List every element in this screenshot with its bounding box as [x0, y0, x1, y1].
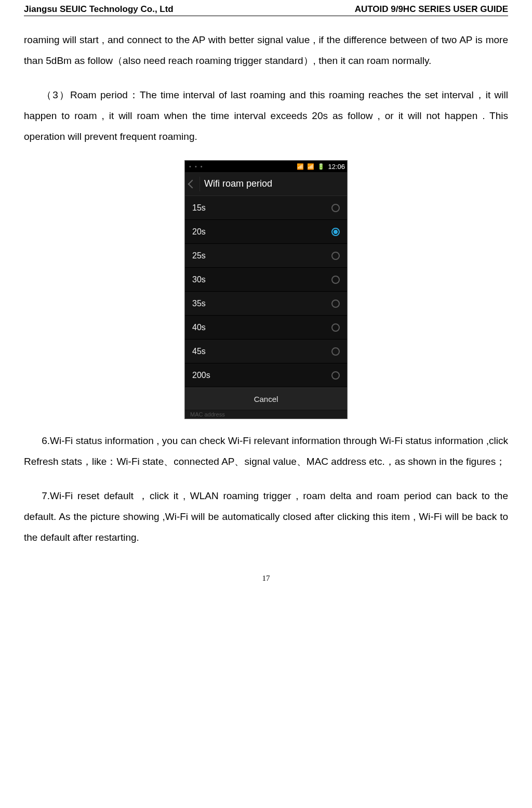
option-label: 25s [192, 251, 206, 260]
phone-frame: • • • 📶 📶 🔋 12:06 Wifi roam period 15s 2… [184, 160, 348, 419]
header-left: Jiangsu SEUIC Technology Co., Ltd [24, 4, 174, 15]
wifi-icon: 📶 [307, 163, 314, 170]
option-label: 45s [192, 347, 206, 356]
option-row-20s[interactable]: 20s [185, 220, 347, 244]
statusbar-clock: 12:06 [328, 163, 345, 171]
cancel-button[interactable]: Cancel [185, 387, 347, 410]
dialog-title: Wifi roam period [204, 178, 272, 189]
paragraph-wifi-reset: 7.Wi-Fi reset default ，click it , WLAN r… [24, 486, 508, 548]
paragraph-wifi-status: 6.Wi-Fi status information , you can che… [24, 431, 508, 472]
header-right: AUTOID 9/9HC SERIES USER GUIDE [355, 4, 508, 15]
radio-icon[interactable] [331, 347, 340, 356]
option-label: 30s [192, 275, 206, 284]
radio-icon[interactable] [331, 204, 340, 212]
doc-header: Jiangsu SEUIC Technology Co., Ltd AUTOID… [24, 4, 508, 16]
option-label: 15s [192, 203, 206, 213]
option-label: 200s [192, 371, 210, 380]
option-row-200s[interactable]: 200s [185, 363, 347, 387]
page-number: 17 [24, 574, 508, 583]
option-label: 35s [192, 299, 206, 308]
titlebar-divider [200, 177, 200, 191]
dialog-titlebar: Wifi roam period [185, 172, 347, 196]
statusbar-left-dots: • • • [187, 163, 204, 170]
radio-icon[interactable] [331, 228, 340, 236]
signal-icon: 📶 [297, 163, 304, 170]
radio-icon[interactable] [331, 276, 340, 284]
status-bar: • • • 📶 📶 🔋 12:06 [185, 161, 347, 172]
radio-icon[interactable] [331, 252, 340, 260]
option-row-15s[interactable]: 15s [185, 196, 347, 220]
back-icon[interactable] [188, 179, 197, 188]
paragraph-roaming-diff: roaming will start , and connect to the … [24, 30, 508, 71]
battery-icon: 🔋 [317, 163, 325, 170]
option-label: 40s [192, 323, 206, 332]
option-row-25s[interactable]: 25s [185, 244, 347, 268]
radio-icon[interactable] [331, 299, 340, 308]
option-list: 15s 20s 25s 30s 35s [185, 196, 347, 387]
option-row-40s[interactable]: 40s [185, 316, 347, 340]
option-row-30s[interactable]: 30s [185, 268, 347, 292]
embedded-screenshot: • • • 📶 📶 🔋 12:06 Wifi roam period 15s 2… [24, 160, 508, 419]
footer-hint: MAC address [185, 410, 347, 419]
option-row-45s[interactable]: 45s [185, 340, 347, 363]
radio-icon[interactable] [331, 323, 340, 332]
paragraph-roam-period: （3）Roam period：The time interval of last… [24, 85, 508, 147]
radio-icon[interactable] [331, 371, 340, 380]
option-label: 20s [192, 227, 206, 237]
option-row-35s[interactable]: 35s [185, 292, 347, 316]
